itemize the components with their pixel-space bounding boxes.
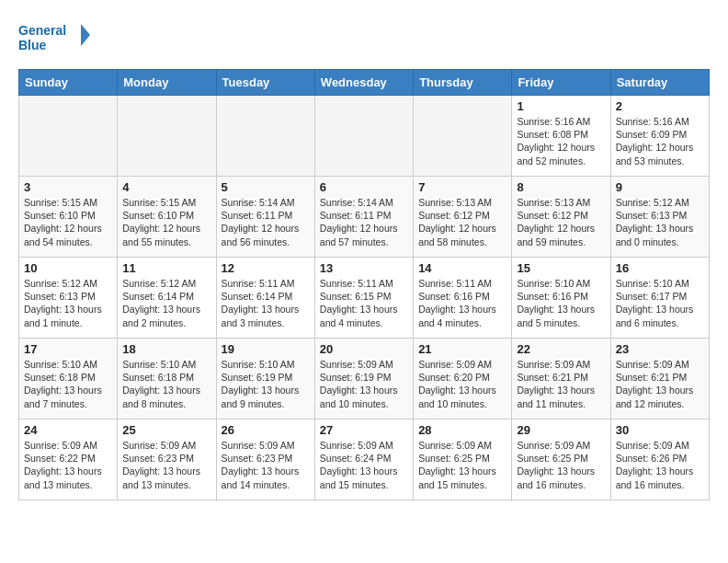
- calendar-cell: 10Sunrise: 5:12 AMSunset: 6:13 PMDayligh…: [19, 258, 118, 339]
- day-info: Sunrise: 5:10 AMSunset: 6:18 PMDaylight:…: [122, 358, 210, 410]
- week-row-5: 24Sunrise: 5:09 AMSunset: 6:22 PMDayligh…: [19, 419, 710, 500]
- day-number: 25: [122, 423, 210, 437]
- day-info: Sunrise: 5:10 AMSunset: 6:18 PMDaylight:…: [24, 358, 112, 410]
- svg-marker-2: [81, 24, 90, 46]
- day-number: 8: [517, 180, 605, 194]
- day-info: Sunrise: 5:11 AMSunset: 6:16 PMDaylight:…: [418, 277, 506, 329]
- day-info: Sunrise: 5:09 AMSunset: 6:21 PMDaylight:…: [517, 358, 605, 410]
- day-info: Sunrise: 5:16 AMSunset: 6:08 PMDaylight:…: [517, 115, 605, 167]
- weekday-header-sunday: Sunday: [19, 70, 118, 96]
- calendar-cell: 17Sunrise: 5:10 AMSunset: 6:18 PMDayligh…: [19, 339, 118, 419]
- calendar-cell: 25Sunrise: 5:09 AMSunset: 6:23 PMDayligh…: [118, 419, 216, 500]
- day-number: 15: [517, 261, 605, 275]
- calendar-cell: 9Sunrise: 5:12 AMSunset: 6:13 PMDaylight…: [610, 177, 709, 258]
- week-row-2: 3Sunrise: 5:15 AMSunset: 6:10 PMDaylight…: [19, 177, 710, 258]
- calendar-table: SundayMondayTuesdayWednesdayThursdayFrid…: [18, 69, 710, 500]
- day-number: 20: [320, 342, 408, 356]
- calendar-cell: 7Sunrise: 5:13 AMSunset: 6:12 PMDaylight…: [414, 177, 512, 258]
- calendar-cell: [216, 96, 314, 177]
- logo: General Blue: [18, 18, 92, 60]
- day-number: 29: [517, 423, 605, 437]
- weekday-header-tuesday: Tuesday: [216, 70, 314, 96]
- day-info: Sunrise: 5:09 AMSunset: 6:25 PMDaylight:…: [418, 439, 506, 491]
- calendar-cell: 2Sunrise: 5:16 AMSunset: 6:09 PMDaylight…: [610, 96, 709, 177]
- day-number: 2: [616, 99, 704, 113]
- calendar-cell: 22Sunrise: 5:09 AMSunset: 6:21 PMDayligh…: [512, 339, 610, 419]
- day-info: Sunrise: 5:09 AMSunset: 6:25 PMDaylight:…: [517, 439, 605, 491]
- day-info: Sunrise: 5:09 AMSunset: 6:19 PMDaylight:…: [320, 358, 408, 410]
- day-info: Sunrise: 5:09 AMSunset: 6:23 PMDaylight:…: [222, 439, 310, 491]
- calendar-cell: 4Sunrise: 5:15 AMSunset: 6:10 PMDaylight…: [118, 177, 216, 258]
- calendar-cell: 8Sunrise: 5:13 AMSunset: 6:12 PMDaylight…: [512, 177, 610, 258]
- calendar-cell: 21Sunrise: 5:09 AMSunset: 6:20 PMDayligh…: [414, 339, 512, 419]
- day-info: Sunrise: 5:13 AMSunset: 6:12 PMDaylight:…: [517, 196, 605, 248]
- calendar-cell: [19, 96, 118, 177]
- day-info: Sunrise: 5:09 AMSunset: 6:22 PMDaylight:…: [24, 439, 112, 491]
- day-number: 13: [320, 261, 408, 275]
- day-number: 19: [222, 342, 310, 356]
- day-info: Sunrise: 5:09 AMSunset: 6:20 PMDaylight:…: [418, 358, 506, 410]
- calendar-cell: 15Sunrise: 5:10 AMSunset: 6:16 PMDayligh…: [512, 258, 610, 339]
- day-number: 10: [24, 261, 112, 275]
- day-info: Sunrise: 5:14 AMSunset: 6:11 PMDaylight:…: [222, 196, 310, 248]
- calendar-cell: 1Sunrise: 5:16 AMSunset: 6:08 PMDaylight…: [512, 96, 610, 177]
- day-number: 3: [24, 180, 112, 194]
- week-row-3: 10Sunrise: 5:12 AMSunset: 6:13 PMDayligh…: [19, 258, 710, 339]
- calendar-cell: 27Sunrise: 5:09 AMSunset: 6:24 PMDayligh…: [314, 419, 413, 500]
- calendar-cell: 11Sunrise: 5:12 AMSunset: 6:14 PMDayligh…: [118, 258, 216, 339]
- calendar-cell: 3Sunrise: 5:15 AMSunset: 6:10 PMDaylight…: [19, 177, 118, 258]
- calendar-cell: [314, 96, 413, 177]
- day-info: Sunrise: 5:09 AMSunset: 6:23 PMDaylight:…: [122, 439, 210, 491]
- calendar-cell: 19Sunrise: 5:10 AMSunset: 6:19 PMDayligh…: [216, 339, 314, 419]
- day-info: Sunrise: 5:12 AMSunset: 6:13 PMDaylight:…: [616, 196, 704, 248]
- day-number: 9: [616, 180, 704, 194]
- calendar-cell: 5Sunrise: 5:14 AMSunset: 6:11 PMDaylight…: [216, 177, 314, 258]
- day-number: 27: [320, 423, 408, 437]
- day-number: 7: [418, 180, 506, 194]
- day-info: Sunrise: 5:11 AMSunset: 6:14 PMDaylight:…: [222, 277, 310, 329]
- day-info: Sunrise: 5:10 AMSunset: 6:19 PMDaylight:…: [222, 358, 310, 410]
- weekday-header-saturday: Saturday: [610, 70, 709, 96]
- day-number: 21: [418, 342, 506, 356]
- day-info: Sunrise: 5:15 AMSunset: 6:10 PMDaylight:…: [24, 196, 112, 248]
- calendar-cell: 29Sunrise: 5:09 AMSunset: 6:25 PMDayligh…: [512, 419, 610, 500]
- day-number: 5: [222, 180, 310, 194]
- day-info: Sunrise: 5:12 AMSunset: 6:13 PMDaylight:…: [24, 277, 112, 329]
- svg-text:General: General: [18, 23, 66, 38]
- logo-svg: General Blue: [18, 18, 92, 60]
- day-info: Sunrise: 5:09 AMSunset: 6:26 PMDaylight:…: [616, 439, 704, 491]
- week-row-1: 1Sunrise: 5:16 AMSunset: 6:08 PMDaylight…: [19, 96, 710, 177]
- calendar-cell: 30Sunrise: 5:09 AMSunset: 6:26 PMDayligh…: [610, 419, 709, 500]
- day-number: 11: [122, 261, 210, 275]
- day-info: Sunrise: 5:14 AMSunset: 6:11 PMDaylight:…: [320, 196, 408, 248]
- day-info: Sunrise: 5:09 AMSunset: 6:24 PMDaylight:…: [320, 439, 408, 491]
- calendar-cell: 23Sunrise: 5:09 AMSunset: 6:21 PMDayligh…: [610, 339, 709, 419]
- header: General Blue: [18, 18, 710, 60]
- day-number: 23: [616, 342, 704, 356]
- day-info: Sunrise: 5:15 AMSunset: 6:10 PMDaylight:…: [122, 196, 210, 248]
- calendar-cell: 24Sunrise: 5:09 AMSunset: 6:22 PMDayligh…: [19, 419, 118, 500]
- weekday-header-thursday: Thursday: [414, 70, 512, 96]
- day-number: 24: [24, 423, 112, 437]
- calendar-cell: 12Sunrise: 5:11 AMSunset: 6:14 PMDayligh…: [216, 258, 314, 339]
- day-number: 30: [616, 423, 704, 437]
- calendar-cell: 13Sunrise: 5:11 AMSunset: 6:15 PMDayligh…: [314, 258, 413, 339]
- calendar-cell: 18Sunrise: 5:10 AMSunset: 6:18 PMDayligh…: [118, 339, 216, 419]
- day-number: 6: [320, 180, 408, 194]
- svg-text:Blue: Blue: [18, 38, 47, 52]
- calendar-cell: [118, 96, 216, 177]
- day-number: 4: [122, 180, 210, 194]
- day-info: Sunrise: 5:12 AMSunset: 6:14 PMDaylight:…: [122, 277, 210, 329]
- calendar-cell: 26Sunrise: 5:09 AMSunset: 6:23 PMDayligh…: [216, 419, 314, 500]
- day-number: 26: [222, 423, 310, 437]
- day-info: Sunrise: 5:16 AMSunset: 6:09 PMDaylight:…: [616, 115, 704, 167]
- day-info: Sunrise: 5:09 AMSunset: 6:21 PMDaylight:…: [616, 358, 704, 410]
- day-number: 14: [418, 261, 506, 275]
- weekday-header-wednesday: Wednesday: [314, 70, 413, 96]
- day-info: Sunrise: 5:10 AMSunset: 6:16 PMDaylight:…: [517, 277, 605, 329]
- day-number: 12: [222, 261, 310, 275]
- weekday-header-friday: Friday: [512, 70, 610, 96]
- day-info: Sunrise: 5:11 AMSunset: 6:15 PMDaylight:…: [320, 277, 408, 329]
- day-number: 18: [122, 342, 210, 356]
- day-number: 1: [517, 99, 605, 113]
